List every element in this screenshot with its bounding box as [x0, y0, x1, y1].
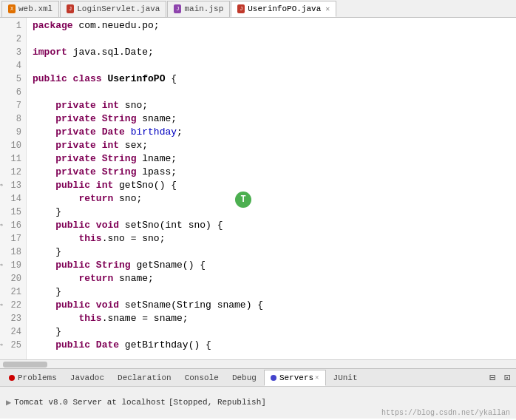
code-line-16: public void setSno(int sno) { — [33, 219, 516, 232]
ln-9: 9 — [0, 126, 21, 139]
panel-tab-console-label: Console — [185, 373, 219, 382]
code-line-24: } — [33, 325, 516, 339]
ln-12: 12 — [0, 166, 21, 179]
jsp-file-icon: J — [174, 4, 181, 13]
panel-tab-junit[interactable]: JUnit — [327, 370, 364, 386]
xml-file-icon: X — [8, 4, 16, 13]
ln-25: 25 — [0, 339, 21, 352]
panel-tab-console[interactable]: Console — [179, 370, 225, 386]
code-line-11: private String lname; — [33, 152, 516, 166]
code-line-5: public class UserinfoPO { — [33, 72, 516, 86]
panel-tab-declaration-label: Declaration — [118, 373, 172, 382]
scrollbar-thumb[interactable] — [3, 362, 47, 368]
tab-userinfo-po[interactable]: J UserinfoPO.java ✕ — [231, 1, 336, 17]
panel-tab-javadoc[interactable]: Javadoc — [64, 370, 110, 386]
code-line-10: private int sex; — [33, 139, 516, 152]
problems-error-dot — [9, 375, 15, 381]
code-line-6 — [33, 86, 516, 99]
panel-tab-junit-label: JUnit — [333, 373, 358, 382]
tab-bar: X web.xml J LoginServlet.java J main.jsp… — [0, 0, 516, 18]
tab-label-web-xml: web.xml — [18, 4, 52, 13]
horizontal-scrollbar[interactable] — [0, 359, 516, 368]
line-numbers: 1 2 3 4 5 6 7 8 9 10 11 12 13 14 15 16 1… — [0, 18, 27, 359]
tab-web-xml[interactable]: X web.xml — [1, 1, 59, 17]
java-file-icon1: J — [67, 4, 74, 13]
ln-8: 8 — [0, 112, 21, 126]
ln-17: 17 — [0, 232, 21, 245]
code-line-2 — [33, 33, 516, 46]
tab-label-main-jsp: main.jsp — [184, 4, 223, 13]
code-line-21: } — [33, 285, 516, 299]
code-line-3: import java.sql.Date; — [33, 46, 516, 59]
ln-19: 19 — [0, 259, 21, 272]
ln-24: 24 — [0, 325, 21, 339]
tab-label-userinfo-po: UserinfoPO.java — [248, 4, 321, 13]
code-line-25: public Date getBirthday() { — [33, 339, 516, 352]
ln-16: 16 — [0, 219, 21, 232]
server-status-label: [Stopped, Republish] — [169, 398, 266, 407]
code-content[interactable]: package com.neuedu.po; import java.sql.D… — [27, 18, 516, 359]
panel-tab-problems-label: Problems — [18, 373, 57, 382]
code-line-14: return sno; — [33, 192, 516, 206]
minimize-panel-button[interactable]: ⊟ — [486, 372, 498, 384]
panel-content: ▶ Tomcat v8.0 Server at localhost [Stopp… — [0, 387, 516, 418]
ln-2: 2 — [0, 33, 21, 46]
tab-login-servlet[interactable]: J LoginServlet.java — [60, 1, 166, 17]
ln-4: 4 — [0, 59, 21, 72]
server-entry-label: Tomcat v8.0 Server at localhost — [14, 398, 166, 407]
ln-10: 10 — [0, 139, 21, 152]
code-line-20: return sname; — [33, 272, 516, 285]
panel-tab-servers-label: Servers — [279, 373, 313, 382]
ln-5: 5 — [0, 72, 21, 86]
panel-tab-servers[interactable]: Servers ✕ — [264, 370, 326, 386]
panel-tab-problems[interactable]: Problems — [3, 370, 63, 386]
panel-tab-javadoc-label: Javadoc — [70, 373, 104, 382]
code-line-1: package com.neuedu.po; — [33, 19, 516, 33]
panel-tab-debug-label: Debug — [232, 373, 257, 382]
ln-23: 23 — [0, 312, 21, 325]
tooltip-bubble[interactable]: T — [235, 192, 251, 208]
ln-20: 20 — [0, 272, 21, 285]
servers-close-icon[interactable]: ✕ — [315, 373, 319, 382]
ln-22: 22 — [0, 299, 21, 312]
tab-main-jsp[interactable]: J main.jsp — [167, 1, 230, 17]
maximize-panel-button[interactable]: ⊡ — [501, 372, 513, 384]
code-editor: 1 2 3 4 5 6 7 8 9 10 11 12 13 14 15 16 1… — [0, 18, 516, 359]
tab-label-login-servlet: LoginServlet.java — [77, 4, 160, 13]
panel-tabs: Problems Javadoc Declaration Console Deb… — [0, 369, 516, 387]
code-line-13: public int getSno() { — [33, 179, 516, 192]
ln-18: 18 — [0, 245, 21, 259]
code-line-22: public void setSname(String sname) { — [33, 299, 516, 312]
code-line-7: private int sno; — [33, 99, 516, 112]
code-line-9: private Date birthday; — [33, 126, 516, 139]
ln-3: 3 — [0, 46, 21, 59]
ln-14: 14 — [0, 192, 21, 206]
code-line-23: this.sname = sname; — [33, 312, 516, 325]
server-icon: ▶ — [6, 397, 11, 408]
ln-1: 1 — [0, 19, 21, 33]
bottom-panel: Problems Javadoc Declaration Console Deb… — [0, 368, 516, 419]
code-line-15: } — [33, 206, 516, 219]
ln-13: 13 — [0, 179, 21, 192]
panel-tab-debug[interactable]: Debug — [226, 370, 262, 386]
java-file-icon2: J — [237, 4, 245, 13]
code-line-17: this.sno = sno; — [33, 232, 516, 245]
tab-close-icon[interactable]: ✕ — [325, 4, 330, 13]
panel-tab-declaration[interactable]: Declaration — [112, 370, 177, 386]
code-line-19: public String getSname() { — [33, 259, 516, 272]
code-line-18: } — [33, 245, 516, 259]
ln-11: 11 — [0, 152, 21, 166]
ln-7: 7 — [0, 99, 21, 112]
servers-icon-dot — [271, 375, 276, 381]
code-line-8: private String sname; — [33, 112, 516, 126]
ln-21: 21 — [0, 285, 21, 299]
code-line-4 — [33, 59, 516, 72]
panel-controls: ⊟ ⊡ — [486, 372, 516, 384]
code-line-12: private String lpass; — [33, 166, 516, 179]
ln-15: 15 — [0, 206, 21, 219]
ln-6: 6 — [0, 86, 21, 99]
